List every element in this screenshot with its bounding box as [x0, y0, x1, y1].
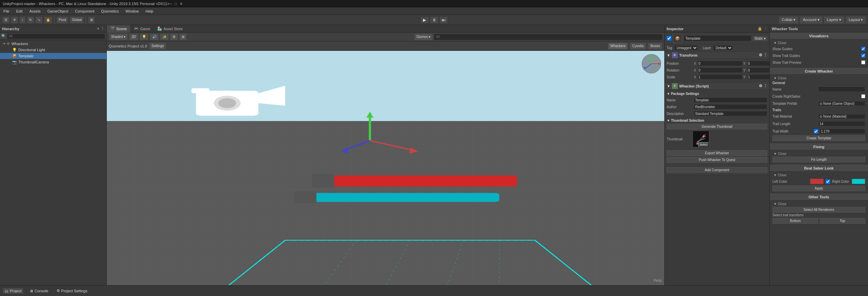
- fixing-close-btn[interactable]: ▼ Close: [772, 152, 787, 156]
- whacker-script-header[interactable]: ▼ # Whacker (Script) ⚙ ⋮: [665, 82, 769, 90]
- layer-select[interactable]: Default: [713, 45, 733, 51]
- add-component-btn[interactable]: Add Component: [667, 167, 767, 173]
- 2d-btn[interactable]: 2D: [129, 34, 138, 40]
- rect-tool[interactable]: ⤡: [35, 16, 43, 24]
- pkg-name-field[interactable]: [694, 97, 767, 103]
- scene-options-btn[interactable]: ⚙: [170, 34, 178, 40]
- layers-button[interactable]: Layers ▾: [824, 16, 844, 24]
- transform-more-icon[interactable]: ⋮: [764, 53, 767, 57]
- scene-viewport[interactable]: Perip Y X: [107, 51, 664, 285]
- scale-x[interactable]: [698, 74, 743, 80]
- fx-btn[interactable]: ✨: [160, 34, 169, 40]
- generate-thumbnail-btn[interactable]: Generate Thumbnail: [667, 124, 767, 130]
- hierarchy-item-thumbcam[interactable]: 📷 ThumbnailCamera: [0, 59, 106, 65]
- console-tab[interactable]: 🖥 Console: [27, 288, 50, 294]
- visualizers-close-btn[interactable]: ▼ Close: [772, 41, 787, 45]
- collab-button[interactable]: Collab ▾: [779, 16, 799, 24]
- scale-y[interactable]: [747, 74, 769, 80]
- object-name-field[interactable]: [684, 35, 751, 41]
- apply-btn[interactable]: Apply: [772, 185, 865, 191]
- pivot-btn[interactable]: Pivot: [56, 16, 68, 24]
- boxes-tab-btn[interactable]: Boxes: [648, 43, 662, 50]
- script-settings-icon[interactable]: ⚙: [759, 84, 762, 88]
- minimize-btn[interactable]: ─: [169, 2, 172, 6]
- hierarchy-search-input[interactable]: [7, 34, 105, 39]
- hand-tool[interactable]: ☰: [2, 16, 10, 24]
- menu-component[interactable]: Component: [74, 8, 96, 14]
- transform-component-header[interactable]: ▼ ⊕ Transform ⚙ ⋮: [665, 52, 769, 59]
- wt-name-field[interactable]: [818, 86, 865, 92]
- beat-saber-close-btn[interactable]: ▼ Close: [772, 173, 787, 177]
- trail-width-toggle[interactable]: [814, 129, 818, 134]
- transform-settings-icon[interactable]: ⚙: [759, 53, 762, 57]
- right-color-toggle[interactable]: [826, 179, 830, 184]
- left-color-swatch[interactable]: [810, 179, 824, 184]
- thumbnail-select-btn[interactable]: Select: [698, 142, 709, 147]
- menu-assets[interactable]: Assets: [28, 8, 42, 14]
- inspector-lock-icon[interactable]: 🔒: [758, 26, 762, 31]
- cyoobs-tab-btn[interactable]: Cyoobs: [630, 43, 646, 50]
- create-template-btn[interactable]: Create Template: [772, 135, 865, 141]
- pkg-author-field[interactable]: [694, 104, 767, 110]
- maximize-btn[interactable]: □: [175, 2, 177, 6]
- hierarchy-item-whackers[interactable]: ▼ 👁 Whackers: [0, 41, 106, 47]
- menu-window[interactable]: Window: [124, 8, 140, 14]
- other-tools-close-btn[interactable]: ▼ Close: [772, 202, 787, 206]
- account-button[interactable]: Account ▾: [800, 16, 823, 24]
- rot-x[interactable]: [698, 67, 743, 73]
- tab-scene[interactable]: 🎬 Scene: [107, 25, 130, 33]
- qosmetics-settings-btn[interactable]: Settings: [149, 43, 166, 50]
- create-whacker-close-btn[interactable]: ▼ Close: [772, 76, 787, 80]
- pos-x[interactable]: [698, 61, 743, 66]
- hide-grid-btn[interactable]: ⊞: [179, 34, 187, 40]
- pos-y[interactable]: [747, 61, 769, 66]
- hierarchy-item-dirlight[interactable]: 💡 Directional Light: [0, 47, 106, 53]
- template-prefab-value[interactable]: ⊙ None (Game Object): [818, 101, 865, 106]
- select-all-renderers-btn[interactable]: Select All Renderers: [772, 207, 865, 213]
- global-btn[interactable]: Global: [69, 16, 84, 24]
- project-settings-tab[interactable]: ⚙ Project Settings: [55, 288, 89, 294]
- step-button[interactable]: ⏭: [439, 16, 448, 24]
- menu-help[interactable]: Help: [144, 8, 155, 14]
- menu-gameobject[interactable]: GameObject: [46, 8, 70, 14]
- grid-btn[interactable]: ⊞: [88, 16, 95, 24]
- top-btn[interactable]: Top: [820, 218, 865, 224]
- gizmos-btn[interactable]: Gizmos ▾: [414, 34, 433, 40]
- audio-btn[interactable]: 🔊: [150, 34, 159, 40]
- lighting-btn[interactable]: 💡: [140, 34, 148, 40]
- shading-mode-btn[interactable]: Shaded ▾: [109, 34, 128, 40]
- trail-length-field[interactable]: [818, 121, 865, 126]
- tab-game[interactable]: 🎮 Game: [130, 25, 154, 33]
- tab-asset-store[interactable]: 🏪 Asset Store: [154, 25, 186, 33]
- right-color-swatch[interactable]: [852, 179, 865, 184]
- scale-tool[interactable]: ↻: [27, 16, 34, 24]
- hierarchy-add-icon[interactable]: +: [97, 26, 99, 31]
- active-toggle[interactable]: [667, 36, 671, 41]
- close-btn[interactable]: ✕: [180, 2, 183, 6]
- move-tool[interactable]: ✛: [11, 16, 18, 24]
- play-button[interactable]: ▶: [420, 16, 429, 24]
- menu-file[interactable]: File: [2, 8, 11, 14]
- pause-button[interactable]: ⏸: [430, 16, 439, 24]
- export-whacker-btn[interactable]: Export Whacker: [667, 150, 767, 156]
- pkg-desc-field[interactable]: [694, 111, 767, 116]
- show-guides-checkbox[interactable]: [861, 47, 865, 51]
- inspector-menu-icon[interactable]: ⋮: [764, 26, 767, 31]
- menu-edit[interactable]: Edit: [15, 8, 24, 14]
- fix-length-btn[interactable]: Fix Length: [772, 157, 865, 162]
- hierarchy-item-template[interactable]: 📦 Template: [0, 53, 106, 59]
- rot-y[interactable]: [747, 67, 769, 73]
- transform-tool[interactable]: 🖐: [44, 16, 53, 24]
- tag-select[interactable]: Untagged: [674, 45, 698, 51]
- menu-qosmetics[interactable]: Qosmetics: [100, 8, 120, 14]
- project-tab[interactable]: 🗂 Project: [3, 288, 23, 294]
- create-right-saber-checkbox[interactable]: [861, 94, 865, 98]
- static-badge[interactable]: Static ▾: [753, 36, 767, 41]
- rotate-tool[interactable]: ↕: [19, 16, 26, 24]
- script-more-icon[interactable]: ⋮: [764, 84, 767, 88]
- trail-material-value[interactable]: ⊙ None (Material): [818, 114, 865, 119]
- push-whacker-btn[interactable]: Push Whacker To Quest: [667, 157, 767, 163]
- whackers-tab-btn[interactable]: Whackers: [608, 43, 628, 50]
- scene-search-input[interactable]: [434, 34, 662, 40]
- show-trail-guides-checkbox[interactable]: [861, 54, 865, 58]
